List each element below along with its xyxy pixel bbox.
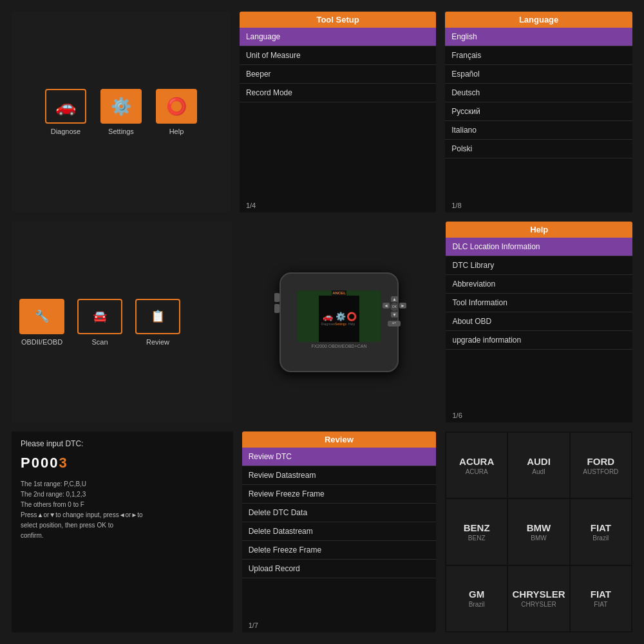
- brand-bmw-sub: BMW: [531, 535, 546, 542]
- dpad-ok[interactable]: OK: [390, 303, 399, 311]
- brand-benz-name: BENZ: [464, 522, 490, 533]
- dtc-info-line1: The 1st range: P,C,B,U: [21, 480, 86, 488]
- dtc-info-line5: select position, then press OK to: [21, 522, 113, 529]
- lang-polski[interactable]: Polski: [445, 140, 632, 158]
- tool-setup-item-record[interactable]: Record Mode: [240, 84, 436, 102]
- device-screen: ANCEL 🚗 Diagnose ⚙️ Settings ⭕ Help: [297, 290, 381, 342]
- dtc-info-line3: The others from 0 to F: [21, 501, 84, 508]
- brand-gm[interactable]: GM Brazil: [446, 566, 507, 631]
- review-item-delete-ds[interactable]: Delete Datastream: [242, 522, 436, 541]
- help-item-abbrev[interactable]: Abbreviation: [446, 275, 632, 294]
- brand-benz[interactable]: BENZ BENZ: [446, 499, 507, 564]
- brand-audi[interactable]: AUDI AudI: [508, 433, 569, 498]
- help-item-about-obd[interactable]: About OBD: [446, 312, 632, 331]
- review-item-freeze[interactable]: Review Freeze Frame: [242, 485, 436, 504]
- language-title: Language: [445, 12, 632, 28]
- brand-gm-sub: Brazil: [469, 601, 485, 608]
- help-label: Help: [169, 128, 184, 135]
- help-title: Help: [446, 222, 632, 238]
- scan-item-review[interactable]: 📋 Review: [135, 299, 180, 346]
- dtc-prompt: Please input DTC:: [21, 439, 224, 448]
- dtc-highlight: 3: [59, 455, 68, 471]
- review-item-delete-freeze[interactable]: Delete Freeze Frame: [242, 541, 436, 560]
- dtc-info: The 1st range: P,C,B,U The 2nd range: 0,…: [21, 479, 224, 541]
- diagnose-icon: 🚗: [55, 97, 76, 117]
- help-item-dlc[interactable]: DLC Location Information: [446, 238, 632, 256]
- review-list: Review DTC Review Datastream Review Free…: [242, 448, 436, 578]
- menu-item-help[interactable]: ⭕ Help: [156, 89, 197, 135]
- review-title: Review: [242, 431, 436, 448]
- help-item-tool-info[interactable]: Tool Information: [446, 294, 632, 312]
- brands-panel: ACURA ACURA AUDI AudI FORD AUSTFORD BENZ…: [445, 431, 632, 632]
- review-item-upload[interactable]: Upload Record: [242, 560, 436, 578]
- brand-chrysler[interactable]: CHRYSLER CHRYSLER: [508, 566, 569, 631]
- scan-icon-box: 🚘: [77, 299, 122, 334]
- brand-acura[interactable]: ACURA ACURA: [446, 433, 507, 498]
- lang-espanol[interactable]: Español: [445, 65, 632, 84]
- middle-row: 🔧 OBDII/EOBD 🚘 Scan 📋 Review: [12, 222, 632, 422]
- settings-label: Settings: [108, 128, 134, 135]
- bottom-row: Please input DTC: P0003 The 1st range: P…: [12, 431, 632, 632]
- scan-icons: 🔧 OBDII/EOBD 🚘 Scan 📋 Review: [19, 299, 180, 346]
- lang-deutsch[interactable]: Deutsch: [445, 84, 632, 102]
- scan-label: Scan: [91, 338, 108, 346]
- review-item-datastream[interactable]: Review Datastream: [242, 466, 436, 485]
- tool-setup-panel: Tool Setup Language Unit of Measure Beep…: [240, 12, 436, 213]
- brand-gm-name: GM: [469, 589, 484, 600]
- help-icon-box: ⭕: [156, 89, 197, 124]
- dpad-up[interactable]: ▲: [391, 296, 398, 302]
- review-item-delete-dtc[interactable]: Delete DTC Data: [242, 504, 436, 522]
- dtc-code: P0003: [21, 455, 224, 471]
- help-item-dtc[interactable]: DTC Library: [446, 256, 632, 275]
- tool-setup-title: Tool Setup: [240, 12, 436, 28]
- dpad-right[interactable]: ►: [399, 303, 406, 308]
- brand-chrysler-sub: CHRYSLER: [521, 601, 556, 608]
- scan-item-obdii[interactable]: 🔧 OBDII/EOBD: [19, 299, 64, 346]
- main-menu-icons: 🚗 Diagnose ⚙️ Settings ⭕ Help: [45, 89, 197, 135]
- device-body: ANCEL 🚗 Diagnose ⚙️ Settings ⭕ Help: [279, 272, 399, 372]
- review-item-dtc[interactable]: Review DTC: [242, 448, 436, 466]
- dpad-left[interactable]: ◄: [383, 303, 390, 308]
- diagnose-label: Diagnose: [51, 128, 80, 135]
- lang-italiano[interactable]: Italiano: [445, 121, 632, 140]
- scan-item-scan[interactable]: 🚘 Scan: [77, 299, 122, 346]
- lang-russian[interactable]: Русский: [445, 102, 632, 121]
- dpad-back[interactable]: ↩: [388, 321, 401, 327]
- menu-item-diagnose[interactable]: 🚗 Diagnose: [45, 89, 86, 135]
- brand-ford-sub: AUSTFORD: [583, 468, 618, 475]
- brand-acura-sub: ACURA: [466, 468, 488, 475]
- device-panel: ANCEL 🚗 Diagnose ⚙️ Settings ⭕ Help: [241, 222, 437, 422]
- obdii-icon: 🔧: [35, 309, 49, 323]
- brand-ford[interactable]: FORD AUSTFORD: [571, 433, 631, 498]
- dtc-info-line6: confirm.: [21, 532, 44, 539]
- dpad-down[interactable]: ▼: [391, 312, 398, 317]
- screen-settings-icon: ⚙️: [336, 312, 346, 321]
- device-brand: ANCEL: [332, 290, 346, 296]
- brand-benz-sub: BENZ: [468, 535, 486, 542]
- diagnose-icon-box: 🚗: [45, 89, 86, 124]
- language-panel: Language English Français Español Deutsc…: [445, 12, 632, 213]
- scan-menu-panel: 🔧 OBDII/EOBD 🚘 Scan 📋 Review: [12, 222, 232, 422]
- brand-bmw[interactable]: BMW BMW: [508, 499, 569, 564]
- review-icon: 📋: [151, 309, 165, 323]
- lang-english[interactable]: English: [445, 28, 632, 46]
- brand-fiat[interactable]: FIAT FIAT: [571, 566, 631, 631]
- screen-help-icon: ⭕: [346, 312, 357, 321]
- tool-setup-item-uom[interactable]: Unit of Measure: [240, 46, 436, 65]
- help-panel: Help DLC Location Information DTC Librar…: [446, 222, 632, 422]
- brand-audi-name: AUDI: [527, 456, 551, 467]
- obdii-label: OBDII/EOBD: [21, 338, 62, 346]
- help-list: DLC Location Information DTC Library Abb…: [446, 238, 632, 350]
- menu-item-settings[interactable]: ⚙️ Settings: [100, 89, 142, 135]
- tool-setup-item-beeper[interactable]: Beeper: [240, 65, 436, 84]
- device-model: FX2000 OBDII/EOBD+CAN: [311, 344, 366, 348]
- brand-fiat-brazil[interactable]: FIAT Brazil: [571, 499, 631, 564]
- review-label: Review: [146, 338, 169, 346]
- help-item-upgrade[interactable]: upgrade information: [446, 331, 632, 350]
- tool-setup-item-language[interactable]: Language: [240, 28, 436, 46]
- scan-icon: 🚘: [93, 309, 107, 323]
- lang-francais[interactable]: Français: [445, 46, 632, 65]
- screen-diagnose-icon: 🚗: [323, 312, 333, 321]
- brand-fiat-brazil-sub: Brazil: [592, 535, 609, 542]
- main-menu-panel: 🚗 Diagnose ⚙️ Settings ⭕ Help: [12, 12, 231, 213]
